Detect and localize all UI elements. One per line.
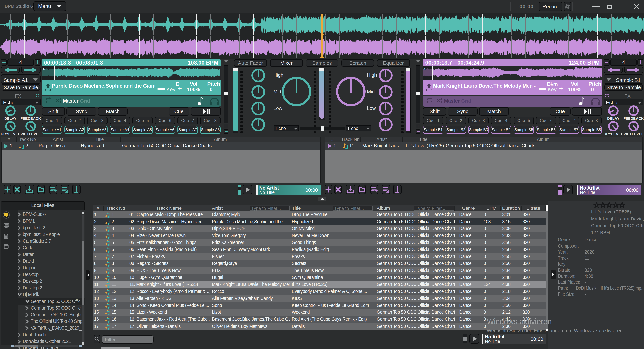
svg-text:c: c — [424, 66, 426, 71]
svg-text:c: c — [43, 66, 45, 71]
